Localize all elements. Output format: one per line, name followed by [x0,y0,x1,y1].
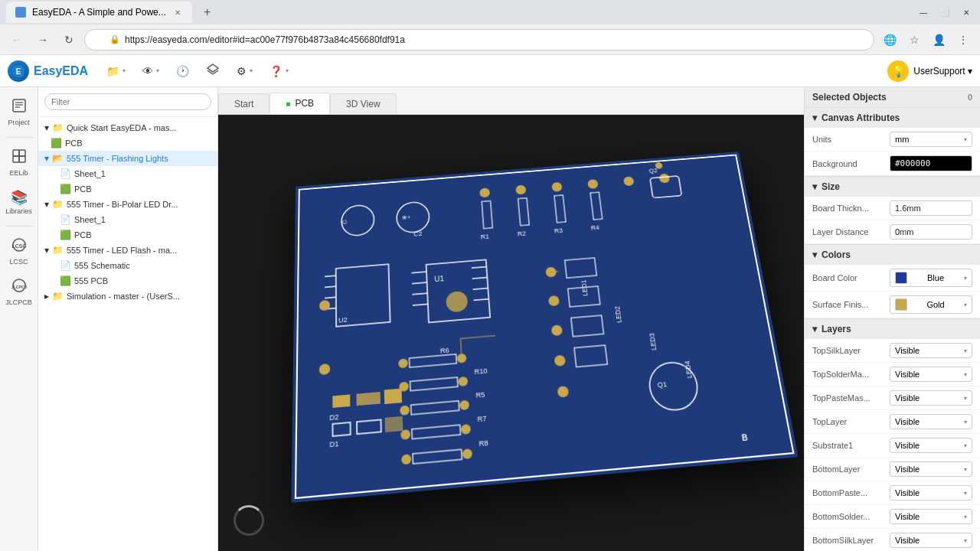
tree-item-sheet1[interactable]: 📄 Sheet_1 [38,166,217,181]
back-button[interactable]: ← [6,29,28,51]
browser-titlebar: EasyEDA - A Simple and Powe... ✕ + — ⬜ ✕ [0,0,980,24]
background-color-text: #000000 [895,158,930,168]
tree-item-sch1[interactable]: 📄 555 Schematic [38,258,217,273]
canvas-attributes-header[interactable]: ▾ Canvas Attributes [805,108,980,128]
board-color-select[interactable]: Blue ▾ [890,269,972,287]
tree-item-quickstart[interactable]: ▾ 📁 Quick Start EasyEDA - mas... [38,120,217,135]
address-bar[interactable]: 🔒 https://easyeda.com/editor#id=ac00e77f… [84,29,874,51]
tab-close-button[interactable]: ✕ [172,7,183,18]
svg-rect-97 [357,419,381,434]
layer-select-bottomsilk[interactable]: Visible ▾ [890,533,972,548]
menu-button[interactable]: ⋮ [952,29,974,51]
svg-point-60 [554,355,566,367]
filter-input[interactable] [44,93,211,110]
sidebar-item-eelib[interactable]: EELib [2,144,36,181]
layer-select-bottompaste[interactable]: Visible ▾ [890,485,972,500]
svg-point-70 [319,300,330,311]
surface-finish-label: Surface Finis... [812,300,885,309]
svg-line-49 [474,299,489,301]
layer-select-topsilk[interactable]: Visible ▾ [890,343,972,358]
units-select[interactable]: mm ▾ [890,132,972,147]
sidebar-item-libraries[interactable]: 📚 Libraries [2,184,36,220]
folder-icon-4: 📁 [52,291,64,302]
layer-select-bottomsolder[interactable]: Visible ▾ [890,509,972,524]
units-caret: ▾ [964,136,967,143]
svg-point-25 [551,182,562,192]
tree-item-bipolar[interactable]: ▾ 📁 555 Timer - Bi-Polar LED Dr... [38,197,217,212]
layers-icon [206,63,220,79]
layer-select-substrate[interactable]: Visible ▾ [890,438,972,453]
svg-text:D2: D2 [329,412,338,422]
surface-finish-swatch [895,298,907,311]
quickstart-label: Quick Start EasyEDA - mas... [67,123,177,132]
tree-item-sheet2[interactable]: 📄 Sheet_1 [38,212,217,227]
minimize-button[interactable]: — [916,5,931,20]
layers-header[interactable]: ▾ Layers [805,319,980,339]
app-logo: E EasyEDA [8,60,88,82]
layer-select-topsolder[interactable]: Visible ▾ [890,367,972,382]
sidebar-item-project[interactable]: Project [2,93,36,131]
layers-button[interactable] [200,60,226,82]
libraries-icon: 📚 [11,189,28,206]
project-icon [11,98,27,117]
settings-button[interactable]: ⚙ ▾ [230,62,259,80]
tree-item-ledflash[interactable]: ▾ 📁 555 Timer - LED Flash - ma... [38,243,217,258]
tree-item-timer555[interactable]: ▾ 📂 555 Timer - Flashing Lights [38,151,217,166]
svg-rect-30 [518,198,530,226]
svg-line-44 [412,293,427,295]
browser-tab[interactable]: EasyEDA - A Simple and Powe... ✕ [6,2,192,23]
svg-text:R1: R1 [480,233,489,240]
svg-point-86 [400,429,410,440]
tree-item-pcb3[interactable]: 🟩 PCB [38,227,217,243]
svg-point-58 [548,295,560,306]
background-value[interactable]: #000000 [890,155,972,171]
translate-button[interactable]: 🌐 [879,29,900,51]
tree-item-pcb4[interactable]: 🟩 555 PCB [38,273,217,289]
colors-collapse-icon: ▾ [812,249,817,260]
layer-select-toppaste[interactable]: Visible ▾ [890,390,972,406]
sidebar-separator-2 [5,226,33,227]
jlcpcb-icon: JLCPCB [11,278,27,297]
layer-select-toplayer[interactable]: Visible ▾ [890,414,972,429]
sidebar-item-lcsc[interactable]: LCSC LCSC [2,233,36,270]
svg-text:R8: R8 [479,439,488,448]
help-icon: ❓ [270,65,283,77]
url-text: https://easyeda.com/editor#id=ac00e77f97… [125,34,405,45]
tab-pcb[interactable]: ■ PCB [270,93,330,114]
sidebar-item-jlcpcb[interactable]: JLCPCB JLCPCB [2,273,36,311]
editor-canvas[interactable]: ☺ ⊕+ C2 [218,115,804,551]
close-button[interactable]: ✕ [959,5,974,20]
tree-item-pcb2[interactable]: 🟩 PCB [38,181,217,197]
forward-button[interactable]: → [32,29,54,51]
tab-start[interactable]: Start [218,93,270,114]
layer-caret-bottomlayer: ▾ [964,466,967,473]
tab-3d[interactable]: 3D View [330,93,396,114]
user-support-button[interactable]: 💡 UserSupport ▾ [887,60,972,82]
layer-caret-bottompaste: ▾ [964,490,967,497]
tree-item-simulation[interactable]: ▸ 📁 Simulation - master - (UserS... [38,289,217,304]
history-button[interactable]: 🕐 [170,62,195,80]
layer-select-bottomlayer[interactable]: Visible ▾ [890,461,972,477]
pcb4-label: 555 PCB [74,276,108,285]
account-button[interactable]: 👤 [928,29,949,51]
board-thickness-value[interactable]: 1.6mm [890,201,972,216]
app-toolbar: E EasyEDA 📁 ▾ 👁 ▾ 🕐 ⚙ [0,55,980,87]
layer-value-substrate: Visible [895,441,920,450]
colors-header[interactable]: ▾ Colors [805,245,980,265]
new-tab-button[interactable]: + [198,3,217,21]
maximize-button[interactable]: ⬜ [937,5,952,20]
file-menu-button[interactable]: 📁 ▾ [100,62,132,80]
layer-caret-topsilk: ▾ [964,347,967,354]
view-menu-button[interactable]: 👁 ▾ [136,62,165,80]
refresh-button[interactable]: ↻ [58,29,80,51]
surface-finish-select[interactable]: Gold ▾ [890,295,972,314]
layer-distance-value[interactable]: 0mm [890,224,972,240]
help-button[interactable]: ❓ ▾ [263,62,295,80]
svg-rect-64 [571,315,604,337]
size-header[interactable]: ▾ Size [805,177,980,197]
svg-point-79 [458,377,468,386]
board-color-row: Board Color Blue ▾ [805,265,980,292]
bookmark-button[interactable]: ☆ [903,29,925,51]
timer555-label: 555 Timer - Flashing Lights [67,154,168,163]
tree-item-pcb1[interactable]: 🟩 PCB [38,135,217,151]
